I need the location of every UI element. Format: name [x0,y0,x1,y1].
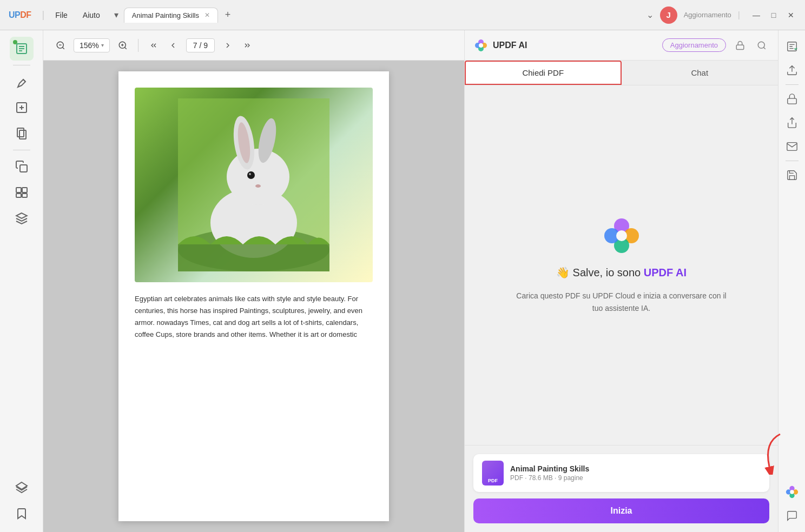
first-page-button[interactable] [145,37,162,54]
svg-rect-8 [19,130,26,139]
right-divider-2 [786,161,799,161]
ai-greeting: 👋 Salve, io sono UPDF AI [556,266,687,279]
prev-page-button[interactable] [164,37,182,54]
upgrade-button[interactable]: Aggiornamento [662,38,726,52]
main-layout: 156% ▾ 7 / 9 [0,30,805,532]
last-page-button[interactable] [239,37,256,54]
ai-flower-button[interactable] [782,482,802,502]
copy-icon [15,160,28,173]
user-avatar[interactable]: J [660,6,677,24]
svg-rect-13 [22,194,27,197]
next-page-button[interactable] [219,37,236,54]
ai-topbar-right: Aggiornamento [662,38,769,53]
greeting-text: Salve, io sono [573,267,641,278]
rabbit-illustration [178,98,329,271]
ai-topbar: UPDF AI Aggiornamento [465,30,778,61]
tab-dropdown-icon[interactable]: ▾ [111,10,122,21]
close-button[interactable]: ✕ [786,10,796,21]
file-meta: PDF · 78.6 MB · 9 pagine [510,474,761,482]
edit-icon [15,101,28,114]
maximize-button[interactable]: □ [768,10,779,21]
svg-point-55 [790,490,794,494]
zoom-out-button[interactable] [52,37,69,54]
svg-point-30 [249,173,251,175]
right-tool-convert[interactable] [782,61,802,80]
tab-label: Animal Painting Skills [132,11,199,19]
bookmark-icon [15,507,28,520]
new-tab-button[interactable]: + [220,8,235,23]
sidebar-item-copy[interactable] [10,155,34,178]
sidebar-divider-1 [13,65,30,65]
svg-point-25 [227,149,289,205]
zoom-value: 156% [80,41,99,50]
svg-point-37 [479,43,483,48]
pdf-body-text: Egyptian art celebrates animals like cat… [135,293,373,341]
tab-close-icon[interactable]: ✕ [204,11,210,19]
right-divider-1 [786,84,799,85]
right-tool-lock[interactable] [782,89,802,109]
pdf-image [135,88,373,282]
tab-area: ▾ Animal Painting Skills ✕ + [111,8,640,23]
right-tool-share[interactable] [782,113,802,132]
svg-rect-32 [178,244,329,271]
sidebar-divider-2 [13,150,30,150]
pdf-toolbar: 156% ▾ 7 / 9 [43,30,464,61]
menu-file[interactable]: File [51,9,72,22]
svg-point-29 [247,171,255,179]
sidebar-item-pages[interactable] [10,122,34,145]
titlebar-right: ⌄ J Aggiornamento | — □ ✕ [646,6,796,24]
sidebar-item-layers[interactable] [10,476,34,500]
sidebar-item-read[interactable] [10,37,34,61]
ai-brand: UPDF AI [473,38,527,53]
search-icon[interactable] [754,38,769,53]
zoom-dropdown-icon[interactable]: ▾ [101,42,104,48]
sidebar-item-edit[interactable] [10,96,34,119]
update-button[interactable]: Aggiornamento [684,11,731,19]
right-tool-mail[interactable] [782,137,802,156]
nav-buttons-next [219,37,256,54]
lock-icon[interactable] [733,38,748,53]
ai-subtext: Carica questo PDF su UPDF Cloud e inizia… [513,290,730,314]
nav-buttons [145,37,182,54]
page-indicator[interactable]: 7 / 9 [186,38,215,52]
right-tool-save[interactable] [782,165,802,185]
start-button[interactable]: Inizia [473,498,769,523]
svg-point-45 [616,230,627,241]
svg-rect-38 [736,45,744,49]
svg-point-39 [758,42,764,48]
menu-aiuto[interactable]: Aiuto [78,9,104,22]
ai-tabs: Chiedi PDF Chat [465,61,778,85]
ai-logo-icon [473,38,489,53]
sidebar-item-annotate[interactable] [10,70,34,94]
tab-chat[interactable]: Chat [622,61,778,85]
right-tool-chat[interactable] [782,506,802,526]
zoom-level[interactable]: 156% ▾ [74,38,110,52]
svg-rect-10 [16,188,21,192]
zoom-in-button[interactable] [114,37,131,54]
minimize-button[interactable]: — [751,10,762,21]
file-info: Animal Painting Skills PDF · 78.6 MB · 9… [510,464,761,482]
active-indicator [13,40,17,44]
ai-brand-name: UPDF AI [493,41,527,50]
sidebar-item-bookmark[interactable] [10,502,34,526]
file-type-icon: PDF [482,461,504,486]
ai-flower-small-icon [785,485,799,499]
svg-rect-48 [787,98,796,104]
right-tool-ocr[interactable] [782,37,802,56]
sidebar-item-stack[interactable] [10,207,34,230]
tab-animal-painting[interactable]: Animal Painting Skills ✕ [124,8,218,23]
right-mini-sidebar [778,30,805,532]
logo-separator: | [42,9,45,21]
ai-button-container [782,482,802,502]
organize-icon [15,186,28,199]
pdf-content: Egyptian art celebrates animals like cat… [43,61,464,532]
file-icon-label: PDF [488,478,498,483]
sidebar-item-organize[interactable] [10,181,34,204]
svg-rect-12 [16,194,21,197]
pdf-viewer: 156% ▾ 7 / 9 [43,30,464,532]
ai-panel: UPDF AI Aggiornamento Chiedi PDF Chat [464,30,778,532]
stack-icon [15,212,28,225]
tab-chiedi-pdf[interactable]: Chiedi PDF [465,61,622,85]
svg-line-40 [763,47,765,49]
window-dropdown-icon[interactable]: ⌄ [646,10,654,20]
